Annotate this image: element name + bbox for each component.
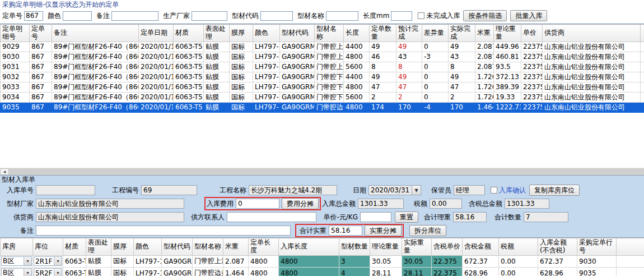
profile-name-input[interactable] <box>326 11 358 21</box>
column-header[interactable]: 含税金额 <box>463 238 499 256</box>
table-row[interactable]: 902986789#门框型材F26-F40（866+867）2020/01/13… <box>1 42 644 52</box>
column-header[interactable]: 定单日期 <box>139 25 174 42</box>
column-header[interactable]: 定单数量 <box>370 25 396 42</box>
table-row[interactable]: 903386789#门框型材F26-F40（866+867）2020/01/13… <box>1 82 644 92</box>
column-header[interactable]: 型材名称 <box>315 25 344 42</box>
table-row[interactable]: 903186789#门框型材F26-F40（866+867）2020/01/13… <box>1 62 644 72</box>
dropdown-icon[interactable]: ▾ <box>54 257 62 265</box>
column-header[interactable]: 膜厚 <box>111 238 134 256</box>
column-header[interactable]: 长度 <box>344 25 370 42</box>
bottom-remark-input[interactable] <box>36 226 291 236</box>
fee-input[interactable] <box>236 199 279 209</box>
factory-field[interactable]: 山东南山铝业股份有限公司 <box>36 199 184 209</box>
scroll-left-icon[interactable]: ◂ <box>0 168 9 175</box>
column-header[interactable]: 含税单价 <box>432 238 463 256</box>
location-combo[interactable]: 5R2F▾ <box>34 268 62 276</box>
column-header[interactable]: 库房 <box>1 238 33 256</box>
column-header[interactable]: 表面处理 <box>204 25 230 42</box>
total-theory-field[interactable]: 58.16 <box>453 212 487 222</box>
dropdown-icon[interactable]: ▾ <box>24 269 31 276</box>
column-header[interactable]: 供货商 <box>543 25 641 42</box>
dropdown-icon[interactable]: ▾ <box>24 257 31 265</box>
table-row[interactable]: 903086789#门框型材F26-F40（866+867）2020/01/13… <box>1 52 644 62</box>
filter-by-condition-button[interactable]: 按条件筛选 <box>463 10 507 21</box>
total-with-tax-field[interactable]: 1301.33 <box>505 199 549 209</box>
column-header[interactable]: 型材代码 <box>280 25 315 42</box>
column-header[interactable]: 颜色 <box>134 238 162 256</box>
column-header[interactable]: 定单长度 <box>249 238 279 256</box>
column-header[interactable]: 型材代码 <box>162 238 193 256</box>
warehouse-combo[interactable]: B区▾ <box>1 268 32 276</box>
column-header[interactable]: 采购定单行号 <box>577 238 617 256</box>
actual-weight-split-button[interactable]: 实重分摊 <box>365 225 402 236</box>
profile-code-input[interactable] <box>260 11 293 21</box>
column-header[interactable]: 颜色 <box>253 25 280 42</box>
column-header[interactable]: 型材数量 <box>339 238 370 256</box>
table-cell: 6063-T5 <box>63 267 86 276</box>
column-header[interactable]: 米重 <box>223 238 249 256</box>
reset-button[interactable]: 重置 <box>395 211 418 223</box>
supplier-contact-input[interactable] <box>227 212 316 222</box>
column-header[interactable]: 材质 <box>174 25 204 42</box>
project-name-field[interactable]: 长沙万科魅力之城4.2期 <box>249 185 337 195</box>
column-header[interactable]: 型材名称 <box>193 238 223 256</box>
column-header[interactable]: 实际完成 <box>449 25 475 42</box>
unfinished-checkbox[interactable] <box>418 12 424 19</box>
column-header[interactable]: 单价 <box>521 25 543 42</box>
column-header[interactable]: 入库长度 <box>279 238 339 256</box>
unit-price-input[interactable] <box>360 212 391 222</box>
calendar-dropdown-icon[interactable]: ▼ <box>412 185 421 195</box>
table-row[interactable]: 903586789#门框型材F26-F40（866+867）2020/01/13… <box>1 102 644 112</box>
column-header[interactable]: 实际重量 <box>402 238 432 256</box>
column-header[interactable]: 膜厚 <box>230 25 253 42</box>
total-actual-input[interactable] <box>329 226 362 236</box>
manufacturer-input[interactable] <box>192 11 227 21</box>
column-header[interactable]: 差异量 <box>422 25 449 42</box>
remark-input[interactable] <box>111 11 158 21</box>
profile-code-label: 型材代码 <box>232 11 259 21</box>
column-header[interactable]: 税额 <box>499 238 538 256</box>
keeper-field[interactable]: 经理 <box>454 185 485 195</box>
table-cell: 460.81 <box>494 52 521 62</box>
inbound-confirm-checkbox[interactable] <box>491 187 497 194</box>
date-field[interactable]: 2020/03/31 <box>368 185 412 195</box>
horizontal-scrollbar[interactable]: ◂ <box>0 168 644 175</box>
dropdown-icon[interactable]: ▾ <box>54 269 62 276</box>
column-header[interactable]: 备注 <box>52 25 139 42</box>
scrollbar-thumb[interactable] <box>9 168 644 175</box>
length-input[interactable] <box>391 11 412 21</box>
split-location-button[interactable]: 拆分库位 <box>409 225 446 236</box>
batch-inbound-button[interactable]: 批量入库 <box>510 10 547 21</box>
table-row[interactable]: 903286789#门框型材F26-F40（866+867）2020/01/13… <box>1 72 644 82</box>
column-header[interactable]: 材质 <box>63 238 86 256</box>
tax-field[interactable]: 0.00 <box>430 199 462 209</box>
table-row[interactable]: 903486789#门框型材F26-F40（866+867）2020/01/13… <box>1 92 644 102</box>
column-header[interactable]: 表面处理 <box>86 238 111 256</box>
column-header[interactable]: 理论重量 <box>494 25 521 42</box>
receipt-no-field[interactable] <box>36 185 95 195</box>
table-cell <box>617 267 644 276</box>
order-no-input[interactable] <box>24 11 43 21</box>
column-header[interactable]: 入库金额(不含税) <box>538 238 577 256</box>
warehouse-combo[interactable]: B区▾ <box>1 256 32 266</box>
keeper-label: 保管员 <box>421 186 454 195</box>
column-header[interactable]: 定单号 <box>30 25 52 42</box>
table-cell: 贴膜 <box>86 267 111 276</box>
fee-split-button[interactable]: 费用分摊 <box>282 198 319 209</box>
column-header[interactable]: 预计完成 <box>396 25 422 42</box>
column-header[interactable]: 理论重量 <box>370 238 402 256</box>
column-header[interactable] <box>641 25 644 42</box>
column-header[interactable] <box>617 238 644 256</box>
table-row[interactable]: B区▾2R1F▾6063-T5贴膜国标LH797-1LL0GA90GRM03门带… <box>1 255 644 267</box>
copy-warehouse-location-button[interactable]: 复制库房库位 <box>529 185 580 196</box>
project-no-field[interactable]: 69 <box>141 185 197 195</box>
color-input[interactable] <box>63 11 92 21</box>
supplier-field[interactable]: 山东南山铝业股份有限公司 <box>36 212 184 222</box>
column-header[interactable]: 米重 <box>475 25 494 42</box>
table-row[interactable]: B区▾5R2F▾6063-T5贴膜国标LH797-1LL0GA90GRM05门带… <box>1 267 644 276</box>
column-header[interactable]: 库位 <box>33 238 63 256</box>
total-amount-field[interactable]: 1301.33 <box>358 199 404 209</box>
location-combo[interactable]: 2R1F▾ <box>34 256 62 266</box>
total-qty-field[interactable]: 7 <box>524 212 568 222</box>
column-header[interactable]: 定单明细号 <box>1 25 30 42</box>
